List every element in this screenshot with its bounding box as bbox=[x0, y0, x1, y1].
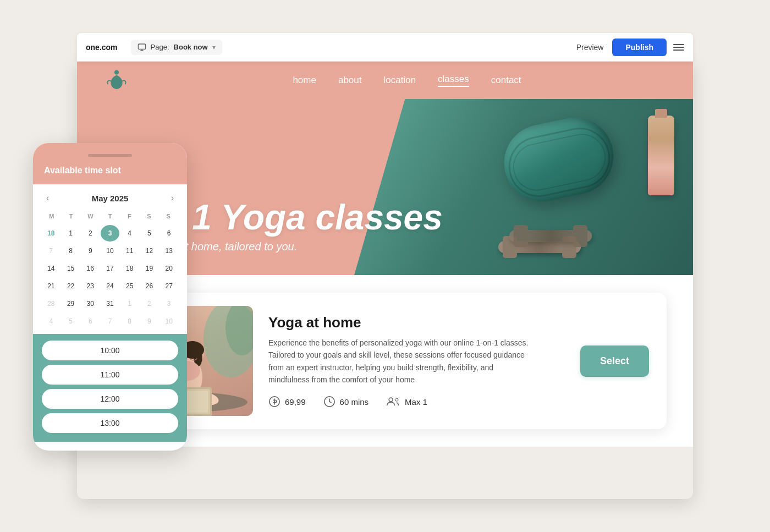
cal-day[interactable]: 6 bbox=[160, 225, 178, 242]
page-label: Page: bbox=[151, 43, 169, 51]
publish-button[interactable]: Publish bbox=[612, 39, 667, 56]
hamburger-menu-icon[interactable] bbox=[673, 44, 684, 51]
select-button[interactable]: Select bbox=[580, 345, 649, 377]
time-slot-1300[interactable]: 13:00 bbox=[42, 413, 178, 433]
phone-header: Available time slot bbox=[33, 143, 187, 184]
svg-point-19 bbox=[389, 398, 393, 402]
weekday-tue: T bbox=[61, 211, 80, 222]
cal-day[interactable]: 15 bbox=[62, 260, 80, 277]
service-capacity: Max 1 bbox=[386, 396, 427, 408]
cal-day[interactable]: 26 bbox=[140, 278, 159, 294]
phone-body: ‹ May 2025 › M T W T F S S 18 1 2 3 bbox=[33, 184, 187, 442]
cal-day[interactable]: 20 bbox=[160, 260, 178, 277]
cal-day[interactable]: 11 bbox=[120, 243, 139, 259]
time-slot-1100[interactable]: 11:00 bbox=[42, 365, 178, 385]
nav-link-contact[interactable]: contact bbox=[491, 75, 521, 86]
phone-header-title: Available time slot bbox=[44, 166, 176, 175]
cal-day[interactable]: 10 bbox=[160, 313, 178, 330]
price-value: 69,99 bbox=[285, 397, 306, 407]
cal-day[interactable]: 12 bbox=[140, 243, 159, 259]
nav-link-classes[interactable]: classes bbox=[438, 74, 469, 87]
calendar-weekdays: M T W T F S S bbox=[42, 211, 178, 222]
monitor-icon bbox=[138, 43, 146, 52]
cal-day[interactable]: 9 bbox=[81, 243, 100, 259]
cal-day[interactable]: 7 bbox=[42, 243, 61, 259]
dumbbell-2 bbox=[509, 230, 592, 242]
cal-day[interactable]: 29 bbox=[62, 295, 80, 312]
weekday-sat: S bbox=[139, 211, 158, 222]
price-icon bbox=[268, 396, 280, 408]
calendar-next-button[interactable]: › bbox=[167, 191, 178, 205]
cal-day[interactable]: 3 bbox=[160, 295, 178, 312]
nav-link-location[interactable]: location bbox=[383, 75, 416, 86]
cal-day[interactable]: 18 bbox=[42, 225, 61, 242]
nav-link-about[interactable]: about bbox=[338, 75, 362, 86]
cal-day[interactable]: 16 bbox=[81, 260, 100, 277]
service-card: Yoga at home Experience the benefits of … bbox=[103, 293, 667, 429]
cal-day-today[interactable]: 3 bbox=[101, 225, 119, 242]
cal-day[interactable]: 8 bbox=[62, 243, 80, 259]
cal-day[interactable]: 4 bbox=[120, 225, 139, 242]
dumbbell-1 bbox=[498, 241, 581, 253]
cal-day[interactable]: 18 bbox=[120, 260, 139, 277]
calendar-wrapper: ‹ May 2025 › M T W T F S S 18 1 2 3 bbox=[33, 184, 187, 334]
nav-link-home[interactable]: home bbox=[293, 75, 316, 86]
chevron-down-icon bbox=[212, 43, 216, 51]
weekday-mon: M bbox=[42, 211, 61, 222]
cal-day[interactable]: 9 bbox=[140, 313, 159, 330]
water-bottle bbox=[648, 116, 674, 195]
site-nav-links: home about location classes contact bbox=[147, 74, 667, 87]
cal-day[interactable]: 4 bbox=[42, 313, 61, 330]
cal-day[interactable]: 19 bbox=[140, 260, 159, 277]
cal-day[interactable]: 5 bbox=[140, 225, 159, 242]
site-nav: home about location classes contact bbox=[77, 62, 693, 99]
cal-day[interactable]: 8 bbox=[120, 313, 139, 330]
time-slot-1200[interactable]: 12:00 bbox=[42, 389, 178, 409]
cal-day[interactable]: 13 bbox=[160, 243, 178, 259]
cal-day[interactable]: 27 bbox=[160, 278, 178, 294]
cal-day[interactable]: 28 bbox=[42, 295, 61, 312]
service-card-description: Experience the benefits of personalized … bbox=[268, 337, 532, 386]
phone-mockup: Available time slot ‹ May 2025 › M T W T… bbox=[33, 143, 187, 451]
cal-day[interactable]: 25 bbox=[120, 278, 139, 294]
service-card-title: Yoga at home bbox=[268, 314, 565, 331]
service-card-meta: 69,99 60 mins bbox=[268, 396, 565, 408]
service-price: 69,99 bbox=[268, 396, 306, 408]
clock-icon bbox=[323, 396, 336, 408]
calendar-nav: ‹ May 2025 › bbox=[42, 191, 178, 205]
phone-notch bbox=[88, 154, 132, 157]
time-slots-container: 10:00 11:00 12:00 13:00 bbox=[33, 334, 187, 442]
cal-day[interactable]: 22 bbox=[62, 278, 80, 294]
svg-rect-0 bbox=[138, 44, 145, 49]
cal-day[interactable]: 6 bbox=[81, 313, 100, 330]
cal-day[interactable]: 1 bbox=[62, 225, 80, 242]
cal-day[interactable]: 7 bbox=[101, 313, 119, 330]
cal-day[interactable]: 2 bbox=[140, 295, 159, 312]
cal-day[interactable]: 23 bbox=[81, 278, 100, 294]
cal-day[interactable]: 14 bbox=[42, 260, 61, 277]
cal-day[interactable]: 30 bbox=[81, 295, 100, 312]
weekday-fri: F bbox=[120, 211, 139, 222]
cal-day[interactable]: 31 bbox=[101, 295, 119, 312]
preview-button[interactable]: Preview bbox=[576, 43, 604, 52]
cal-day[interactable]: 17 bbox=[101, 260, 119, 277]
time-slot-1000[interactable]: 10:00 bbox=[42, 341, 178, 360]
page-selector[interactable]: Page: Book now bbox=[131, 40, 222, 55]
calendar-prev-button[interactable]: ‹ bbox=[42, 191, 53, 205]
editor-toolbar: one.com Page: Book now Preview Publish bbox=[77, 33, 693, 62]
cal-day[interactable]: 24 bbox=[101, 278, 119, 294]
service-duration: 60 mins bbox=[323, 396, 369, 408]
capacity-value: Max 1 bbox=[405, 397, 427, 407]
site-logo-icon bbox=[103, 67, 130, 94]
cal-day[interactable]: 2 bbox=[81, 225, 100, 242]
calendar-month: May 2025 bbox=[92, 194, 129, 203]
cal-day[interactable]: 5 bbox=[62, 313, 80, 330]
cal-day[interactable]: 21 bbox=[42, 278, 61, 294]
cal-day[interactable]: 1 bbox=[120, 295, 139, 312]
weekday-thu: T bbox=[100, 211, 119, 222]
capacity-icon bbox=[386, 396, 400, 408]
service-card-body: Yoga at home Experience the benefits of … bbox=[268, 314, 565, 408]
calendar-days: 18 1 2 3 4 5 6 7 8 9 10 11 12 13 14 15 1… bbox=[42, 225, 178, 330]
cal-day[interactable]: 10 bbox=[101, 243, 119, 259]
duration-value: 60 mins bbox=[340, 397, 369, 407]
